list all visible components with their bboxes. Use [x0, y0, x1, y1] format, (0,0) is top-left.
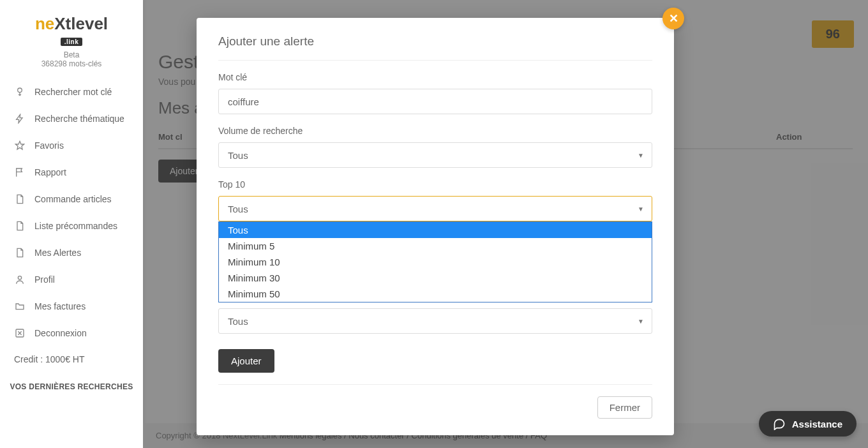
file-icon: [14, 247, 26, 258]
sidebar-item-order[interactable]: Commande articles: [0, 186, 143, 213]
badge-icon: [14, 86, 26, 98]
star-icon: [14, 140, 26, 151]
user-icon: [14, 274, 26, 285]
assistance-label: Assistance: [792, 419, 842, 429]
x-square-icon: [14, 327, 26, 339]
close-button[interactable]: Fermer: [597, 396, 652, 419]
sidebar-item-label: Favoris: [34, 140, 64, 151]
modal-title: Ajouter une alerte: [218, 34, 652, 49]
top10-selected: Tous: [228, 204, 248, 214]
sidebar-item-report[interactable]: Rapport: [0, 159, 143, 186]
badge-beta: Beta: [0, 50, 143, 59]
assistance-button[interactable]: Assistance: [759, 411, 857, 437]
sidebar-item-label: Recherche thématique: [34, 114, 124, 124]
add-alert-modal: ✕ Ajouter une alerte Mot clé Volume de r…: [197, 18, 674, 435]
chat-icon: [773, 417, 786, 430]
volume-selected: Tous: [228, 150, 248, 161]
chevron-down-icon: ▼: [638, 318, 644, 325]
sidebar-item-label: Rechercher mot clé: [34, 87, 112, 97]
sidebar-item-search-keyword[interactable]: Rechercher mot clé: [0, 78, 143, 105]
top10-option[interactable]: Minimum 10: [219, 254, 652, 270]
sidebar-item-alerts[interactable]: Mes Alertes: [0, 239, 143, 266]
top10-option[interactable]: Tous: [219, 222, 652, 238]
logo: neXtlevel: [0, 8, 143, 35]
file-icon: [14, 220, 26, 232]
top10-dropdown: Tous Minimum 5 Minimum 10 Minimum 30 Min…: [218, 221, 652, 302]
sidebar-item-label: Deconnexion: [34, 328, 87, 338]
volume-select[interactable]: Tous ▼: [218, 142, 652, 168]
top10-select[interactable]: Tous ▼ Tous Minimum 5 Minimum 10 Minimum…: [218, 196, 652, 221]
top10-option[interactable]: Minimum 50: [219, 286, 652, 302]
sidebar-item-label: Mes Alertes: [34, 248, 81, 258]
chevron-down-icon: ▼: [638, 152, 644, 159]
top10-option[interactable]: Minimum 5: [219, 238, 652, 254]
last-searches-title: VOS DERNIÈRES RECHERCHES: [0, 372, 143, 401]
sidebar-item-label: Profil: [34, 274, 55, 285]
sidebar-item-label: Rapport: [34, 167, 66, 177]
prix-selected: Tous: [228, 316, 248, 327]
sidebar-item-logout[interactable]: Deconnexion: [0, 320, 143, 347]
sidebar-item-profile[interactable]: Profil: [0, 266, 143, 293]
sidebar-item-preorders[interactable]: Liste précommandes: [0, 213, 143, 239]
label-keyword: Mot clé: [218, 72, 652, 82]
svg-point-1: [18, 276, 21, 280]
folder-icon: [14, 301, 26, 312]
sidebar-item-label: Commande articles: [34, 194, 112, 204]
svg-point-0: [18, 88, 22, 93]
sidebar: neXtlevel .link Beta 368298 mots-clés Re…: [0, 0, 143, 448]
prix-select[interactable]: Tous ▼: [218, 308, 652, 334]
chevron-down-icon: ▼: [638, 205, 644, 213]
label-volume: Volume de recherche: [218, 126, 652, 136]
flag-icon: [14, 167, 26, 178]
logo-sub: .link: [61, 38, 83, 46]
sidebar-item-label: Mes factures: [34, 301, 86, 311]
keyword-count: 368298 mots-clés: [0, 59, 143, 68]
top10-option[interactable]: Minimum 30: [219, 270, 652, 286]
submit-button[interactable]: Ajouter: [218, 349, 274, 373]
sidebar-item-thematic[interactable]: Recherche thématique: [0, 105, 143, 132]
bolt-icon: [14, 113, 26, 124]
credit-balance: Credit : 1000€ HT: [0, 347, 143, 372]
label-top10: Top 10: [218, 179, 652, 190]
sidebar-item-favorites[interactable]: Favoris: [0, 132, 143, 159]
sidebar-item-invoices[interactable]: Mes factures: [0, 293, 143, 320]
close-icon[interactable]: ✕: [662, 8, 684, 29]
keyword-input[interactable]: [218, 89, 652, 114]
file-icon: [14, 193, 26, 205]
sidebar-item-label: Liste précommandes: [34, 221, 117, 231]
